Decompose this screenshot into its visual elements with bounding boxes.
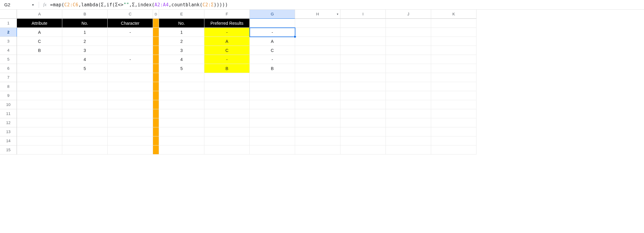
cell-H1[interactable] [295,19,340,28]
cell-H15[interactable] [295,145,340,155]
cell-B9[interactable] [62,91,108,100]
cell-I15[interactable] [340,145,386,155]
cell-A3[interactable]: C [17,37,62,46]
cell-I14[interactable] [340,136,386,145]
cell-K15[interactable] [431,145,476,155]
column-header-E[interactable]: E [159,10,204,19]
cell-B13[interactable] [62,127,108,136]
cell-A2[interactable]: A [17,28,62,37]
cell-E7[interactable] [159,73,204,82]
cell-H6[interactable] [295,64,340,73]
cell-F9[interactable] [204,91,250,100]
cell-G5[interactable]: - [250,55,295,64]
row-header-6[interactable]: 6 [0,64,17,73]
cell-E1[interactable]: No. [159,19,204,28]
cell-G11[interactable] [250,109,295,118]
cell-H2[interactable] [295,28,340,37]
row-header-9[interactable]: 9 [0,91,17,100]
cell-H4[interactable] [295,46,340,55]
cell-B6[interactable]: 5 [62,64,108,73]
cell-I6[interactable] [340,64,386,73]
cell-C14[interactable] [108,136,153,145]
cell-E2[interactable]: 1 [159,28,204,37]
cell-F7[interactable] [204,73,250,82]
cell-F3[interactable]: A [204,37,250,46]
cell-B8[interactable] [62,82,108,91]
cell-K5[interactable] [431,55,476,64]
cell-E13[interactable] [159,127,204,136]
cell-H3[interactable] [295,37,340,46]
cell-G12[interactable] [250,118,295,127]
cell-C15[interactable] [108,145,153,155]
cell-K14[interactable] [431,136,476,145]
row-header-15[interactable]: 15 [0,145,17,155]
column-header-D[interactable]: D [153,10,159,19]
row-header-1[interactable]: 1 [0,19,17,28]
cell-G14[interactable] [250,136,295,145]
cell-A11[interactable] [17,109,62,118]
cell-F6[interactable]: B [204,64,250,73]
cell-B11[interactable] [62,109,108,118]
cell-A14[interactable] [17,136,62,145]
cell-G13[interactable] [250,127,295,136]
cell-J8[interactable] [386,82,431,91]
cell-J5[interactable] [386,55,431,64]
column-header-G[interactable]: G [250,10,295,19]
cell-D1[interactable] [153,19,159,28]
cell-J3[interactable] [386,37,431,46]
cell-G8[interactable] [250,82,295,91]
cell-K1[interactable] [431,19,476,28]
cell-G1[interactable] [250,19,295,28]
cell-D11[interactable] [153,109,159,118]
cell-B4[interactable]: 3 [62,46,108,55]
cell-K13[interactable] [431,127,476,136]
row-header-2[interactable]: 2 [0,28,17,37]
cell-B2[interactable]: 1 [62,28,108,37]
cell-A10[interactable] [17,100,62,109]
cell-E4[interactable]: 3 [159,46,204,55]
cell-J11[interactable] [386,109,431,118]
cell-J12[interactable] [386,118,431,127]
cell-C13[interactable] [108,127,153,136]
cell-J1[interactable] [386,19,431,28]
cell-K3[interactable] [431,37,476,46]
cell-D14[interactable] [153,136,159,145]
cell-D10[interactable] [153,100,159,109]
formula-input[interactable]: =map(C2:C6,lambda(Σ,if(Σ<>"",Σ,index(A2:… [49,2,644,8]
cell-I4[interactable] [340,46,386,55]
cell-I8[interactable] [340,82,386,91]
cell-H7[interactable] [295,73,340,82]
cell-I13[interactable] [340,127,386,136]
cell-C4[interactable] [108,46,153,55]
cell-E8[interactable] [159,82,204,91]
name-box[interactable]: G2 [0,1,29,9]
cell-C9[interactable] [108,91,153,100]
cell-D4[interactable] [153,46,159,55]
row-header-3[interactable]: 3 [0,37,17,46]
spreadsheet-grid[interactable]: ABCDEFGH▾IJK1AttributeNo.CharacterNo.Pre… [0,10,644,155]
cell-G9[interactable] [250,91,295,100]
cell-D8[interactable] [153,82,159,91]
row-header-12[interactable]: 12 [0,118,17,127]
cell-H5[interactable] [295,55,340,64]
row-header-4[interactable]: 4 [0,46,17,55]
cell-B15[interactable] [62,145,108,155]
row-header-11[interactable]: 11 [0,109,17,118]
row-header-14[interactable]: 14 [0,136,17,145]
cell-I7[interactable] [340,73,386,82]
cell-C10[interactable] [108,100,153,109]
cell-I2[interactable] [340,28,386,37]
cell-I9[interactable] [340,91,386,100]
cell-G4[interactable]: C [250,46,295,55]
cell-J2[interactable] [386,28,431,37]
column-header-B[interactable]: B [62,10,108,19]
cell-F14[interactable] [204,136,250,145]
cell-B10[interactable] [62,100,108,109]
cell-G3[interactable]: A [250,37,295,46]
column-header-J[interactable]: J [386,10,431,19]
cell-E12[interactable] [159,118,204,127]
column-header-K[interactable]: K [431,10,476,19]
cell-G2[interactable]: - [250,28,295,37]
cell-H10[interactable] [295,100,340,109]
cell-H11[interactable] [295,109,340,118]
